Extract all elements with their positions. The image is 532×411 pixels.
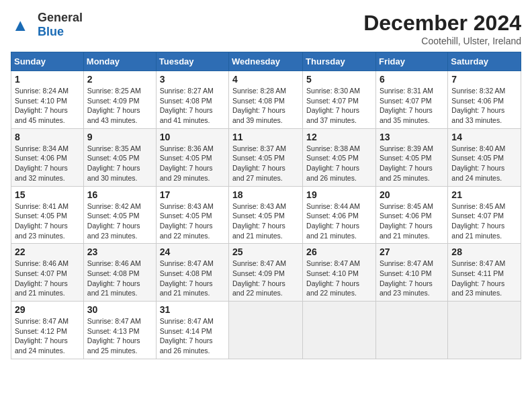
calendar-week-row: 1 Sunrise: 8:24 AM Sunset: 4:10 PM Dayli…	[11, 71, 521, 129]
calendar-cell: 10 Sunrise: 8:36 AM Sunset: 4:05 PM Dayl…	[156, 128, 228, 186]
day-number: 16	[87, 189, 152, 200]
day-number: 12	[306, 132, 372, 142]
day-info: Sunrise: 8:30 AM Sunset: 4:07 PM Dayligh…	[306, 86, 372, 126]
calendar-cell	[303, 302, 376, 359]
day-info: Sunrise: 8:28 AM Sunset: 4:08 PM Dayligh…	[232, 86, 299, 126]
calendar-day-header: Sunday	[11, 52, 84, 71]
location: Cootehill, Ulster, Ireland	[363, 36, 521, 46]
day-number: 17	[160, 189, 225, 200]
day-info: Sunrise: 8:32 AM Sunset: 4:06 PM Dayligh…	[451, 86, 517, 126]
day-number: 1	[15, 74, 80, 85]
calendar-cell: 22 Sunrise: 8:46 AM Sunset: 4:07 PM Dayl…	[11, 244, 84, 302]
calendar-cell: 14 Sunrise: 8:40 AM Sunset: 4:05 PM Dayl…	[448, 128, 521, 186]
logo-general: General	[38, 11, 83, 25]
day-info: Sunrise: 8:27 AM Sunset: 4:08 PM Dayligh…	[160, 86, 225, 126]
calendar-cell	[375, 302, 447, 359]
day-info: Sunrise: 8:35 AM Sunset: 4:05 PM Dayligh…	[87, 144, 152, 183]
day-info: Sunrise: 8:47 AM Sunset: 4:12 PM Dayligh…	[15, 316, 80, 356]
day-number: 14	[451, 132, 517, 142]
day-info: Sunrise: 8:39 AM Sunset: 4:05 PM Dayligh…	[380, 144, 444, 183]
day-number: 11	[232, 132, 299, 142]
day-info: Sunrise: 8:47 AM Sunset: 4:08 PM Dayligh…	[160, 259, 225, 298]
day-number: 30	[87, 304, 152, 315]
day-number: 5	[306, 74, 372, 85]
calendar-cell: 5 Sunrise: 8:30 AM Sunset: 4:07 PM Dayli…	[303, 71, 376, 129]
day-number: 28	[451, 246, 517, 257]
calendar-cell: 21 Sunrise: 8:45 AM Sunset: 4:07 PM Dayl…	[448, 186, 521, 244]
svg-text:▲: ▲	[12, 15, 29, 34]
day-info: Sunrise: 8:31 AM Sunset: 4:07 PM Dayligh…	[380, 86, 444, 126]
day-number: 9	[87, 132, 152, 142]
month-title: December 2024	[363, 11, 521, 36]
day-info: Sunrise: 8:42 AM Sunset: 4:05 PM Dayligh…	[87, 201, 152, 241]
calendar-cell: 15 Sunrise: 8:41 AM Sunset: 4:05 PM Dayl…	[11, 186, 84, 244]
day-number: 26	[306, 246, 372, 257]
day-number: 18	[232, 189, 299, 200]
calendar-day-header: Saturday	[448, 52, 521, 71]
day-number: 13	[380, 132, 444, 142]
calendar-cell	[448, 302, 521, 359]
day-number: 27	[380, 246, 444, 257]
day-info: Sunrise: 8:47 AM Sunset: 4:13 PM Dayligh…	[87, 316, 152, 356]
logo: ▲ General Blue	[11, 11, 83, 39]
day-info: Sunrise: 8:40 AM Sunset: 4:05 PM Dayligh…	[451, 144, 517, 183]
calendar-cell: 3 Sunrise: 8:27 AM Sunset: 4:08 PM Dayli…	[156, 71, 228, 129]
day-number: 23	[87, 246, 152, 257]
day-number: 25	[232, 246, 299, 257]
calendar-day-header: Thursday	[303, 52, 376, 71]
day-info: Sunrise: 8:38 AM Sunset: 4:05 PM Dayligh…	[306, 144, 372, 183]
day-number: 8	[15, 132, 80, 142]
title-block: December 2024 Cootehill, Ulster, Ireland	[363, 11, 521, 46]
calendar-week-row: 22 Sunrise: 8:46 AM Sunset: 4:07 PM Dayl…	[11, 244, 521, 302]
day-info: Sunrise: 8:45 AM Sunset: 4:07 PM Dayligh…	[451, 201, 517, 241]
day-info: Sunrise: 8:43 AM Sunset: 4:05 PM Dayligh…	[160, 201, 225, 241]
calendar-cell: 25 Sunrise: 8:47 AM Sunset: 4:09 PM Dayl…	[229, 244, 303, 302]
day-number: 29	[15, 304, 80, 315]
day-info: Sunrise: 8:24 AM Sunset: 4:10 PM Dayligh…	[15, 86, 80, 126]
day-number: 21	[451, 189, 517, 200]
calendar-cell: 31 Sunrise: 8:47 AM Sunset: 4:14 PM Dayl…	[156, 302, 228, 359]
calendar-cell	[229, 302, 303, 359]
day-number: 31	[160, 304, 225, 315]
day-number: 10	[160, 132, 225, 142]
calendar-cell: 24 Sunrise: 8:47 AM Sunset: 4:08 PM Dayl…	[156, 244, 228, 302]
day-number: 20	[380, 189, 444, 200]
calendar-day-header: Monday	[83, 52, 156, 71]
day-info: Sunrise: 8:46 AM Sunset: 4:08 PM Dayligh…	[87, 259, 152, 298]
calendar-cell: 19 Sunrise: 8:44 AM Sunset: 4:06 PM Dayl…	[303, 186, 376, 244]
day-info: Sunrise: 8:36 AM Sunset: 4:05 PM Dayligh…	[160, 144, 225, 183]
day-number: 7	[451, 74, 517, 85]
logo-icon: ▲	[11, 13, 35, 37]
day-number: 2	[87, 74, 152, 85]
day-info: Sunrise: 8:25 AM Sunset: 4:09 PM Dayligh…	[87, 86, 152, 126]
calendar-cell: 12 Sunrise: 8:38 AM Sunset: 4:05 PM Dayl…	[303, 128, 376, 186]
calendar-cell: 29 Sunrise: 8:47 AM Sunset: 4:12 PM Dayl…	[11, 302, 84, 359]
calendar-table: SundayMondayTuesdayWednesdayThursdayFrid…	[11, 52, 521, 359]
calendar-cell: 4 Sunrise: 8:28 AM Sunset: 4:08 PM Dayli…	[229, 71, 303, 129]
day-number: 3	[160, 74, 225, 85]
calendar-cell: 26 Sunrise: 8:47 AM Sunset: 4:10 PM Dayl…	[303, 244, 376, 302]
page-header: ▲ General Blue December 2024 Cootehill, …	[11, 11, 521, 46]
day-number: 15	[15, 189, 80, 200]
calendar-week-row: 15 Sunrise: 8:41 AM Sunset: 4:05 PM Dayl…	[11, 186, 521, 244]
calendar-cell: 23 Sunrise: 8:46 AM Sunset: 4:08 PM Dayl…	[83, 244, 156, 302]
day-info: Sunrise: 8:44 AM Sunset: 4:06 PM Dayligh…	[306, 201, 372, 241]
calendar-week-row: 29 Sunrise: 8:47 AM Sunset: 4:12 PM Dayl…	[11, 302, 521, 359]
calendar-cell: 30 Sunrise: 8:47 AM Sunset: 4:13 PM Dayl…	[83, 302, 156, 359]
day-info: Sunrise: 8:47 AM Sunset: 4:10 PM Dayligh…	[306, 259, 372, 298]
calendar-day-header: Friday	[375, 52, 447, 71]
day-info: Sunrise: 8:47 AM Sunset: 4:11 PM Dayligh…	[451, 259, 517, 298]
day-info: Sunrise: 8:47 AM Sunset: 4:10 PM Dayligh…	[380, 259, 444, 298]
calendar-week-row: 8 Sunrise: 8:34 AM Sunset: 4:06 PM Dayli…	[11, 128, 521, 186]
logo-text: General Blue	[38, 11, 83, 39]
day-info: Sunrise: 8:43 AM Sunset: 4:05 PM Dayligh…	[232, 201, 299, 241]
calendar-cell: 8 Sunrise: 8:34 AM Sunset: 4:06 PM Dayli…	[11, 128, 84, 186]
calendar-header-row: SundayMondayTuesdayWednesdayThursdayFrid…	[11, 52, 521, 71]
day-number: 24	[160, 246, 225, 257]
calendar-cell: 13 Sunrise: 8:39 AM Sunset: 4:05 PM Dayl…	[375, 128, 447, 186]
calendar-cell: 11 Sunrise: 8:37 AM Sunset: 4:05 PM Dayl…	[229, 128, 303, 186]
day-number: 6	[380, 74, 444, 85]
day-number: 22	[15, 246, 80, 257]
calendar-cell: 7 Sunrise: 8:32 AM Sunset: 4:06 PM Dayli…	[448, 71, 521, 129]
calendar-cell: 20 Sunrise: 8:45 AM Sunset: 4:06 PM Dayl…	[375, 186, 447, 244]
